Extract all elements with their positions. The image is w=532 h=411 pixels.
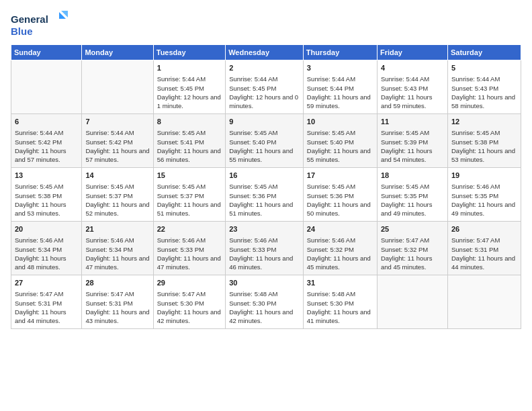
- day-number: 17: [307, 171, 373, 181]
- sunset-text: Sunset: 5:34 PM: [15, 245, 78, 254]
- sunset-text: Sunset: 5:38 PM: [15, 191, 78, 200]
- sunset-text: Sunset: 5:36 PM: [307, 191, 373, 200]
- sunrise-text: Sunrise: 5:44 AM: [85, 128, 149, 137]
- logo: General Blue: [11, 11, 71, 39]
- header-friday: Friday: [377, 45, 447, 60]
- daylight-text: Daylight: 11 hours and 44 minutes.: [15, 308, 78, 326]
- calendar-day-cell: 11 Sunrise: 5:45 AM Sunset: 5:39 PM Dayl…: [377, 114, 447, 168]
- day-number: 16: [229, 171, 300, 181]
- sunrise-text: Sunrise: 5:44 AM: [451, 75, 517, 83]
- empty-cell: [377, 275, 447, 329]
- sunset-text: Sunset: 5:44 PM: [307, 84, 373, 93]
- calendar-day-cell: 19 Sunrise: 5:46 AM Sunset: 5:35 PM Dayl…: [447, 168, 521, 222]
- daylight-text: Daylight: 11 hours and 43 minutes.: [85, 308, 149, 326]
- day-number: 11: [381, 117, 444, 127]
- sunset-text: Sunset: 5:41 PM: [157, 138, 222, 146]
- day-number: 22: [157, 224, 222, 234]
- sunset-text: Sunset: 5:30 PM: [307, 299, 373, 308]
- sunset-text: Sunset: 5:37 PM: [157, 191, 222, 200]
- calendar-day-cell: 1 Sunrise: 5:44 AM Sunset: 5:45 PM Dayli…: [153, 60, 225, 114]
- calendar-week-row: 20 Sunrise: 5:46 AM Sunset: 5:34 PM Dayl…: [11, 222, 521, 275]
- calendar-day-cell: 27 Sunrise: 5:47 AM Sunset: 5:31 PM Dayl…: [11, 275, 82, 329]
- sunrise-text: Sunrise: 5:45 AM: [15, 182, 78, 191]
- day-number: 3: [307, 63, 373, 73]
- sunset-text: Sunset: 5:30 PM: [157, 299, 222, 308]
- calendar-day-cell: 26 Sunrise: 5:47 AM Sunset: 5:31 PM Dayl…: [447, 222, 521, 275]
- sunset-text: Sunset: 5:45 PM: [229, 84, 300, 93]
- sunrise-text: Sunrise: 5:44 AM: [15, 128, 78, 137]
- sunrise-text: Sunrise: 5:47 AM: [157, 289, 222, 298]
- daylight-text: Daylight: 11 hours and 59 minutes.: [307, 93, 373, 111]
- sunset-text: Sunset: 5:43 PM: [381, 84, 444, 93]
- header-wednesday: Wednesday: [226, 45, 304, 60]
- sunset-text: Sunset: 5:40 PM: [229, 138, 300, 146]
- day-number: 29: [157, 278, 222, 288]
- calendar-week-row: 13 Sunrise: 5:45 AM Sunset: 5:38 PM Dayl…: [11, 168, 521, 222]
- day-number: 10: [307, 117, 373, 127]
- daylight-text: Daylight: 11 hours and 47 minutes.: [85, 254, 149, 272]
- daylight-text: Daylight: 11 hours and 49 minutes.: [381, 200, 444, 218]
- daylight-text: Daylight: 12 hours and 0 minutes.: [229, 93, 300, 111]
- calendar-week-row: 27 Sunrise: 5:47 AM Sunset: 5:31 PM Dayl…: [11, 275, 521, 329]
- daylight-text: Daylight: 11 hours and 45 minutes.: [307, 254, 373, 272]
- sunset-text: Sunset: 5:37 PM: [85, 191, 149, 200]
- sunrise-text: Sunrise: 5:44 AM: [229, 75, 300, 83]
- daylight-text: Daylight: 11 hours and 46 minutes.: [229, 254, 300, 272]
- daylight-text: Daylight: 11 hours and 49 minutes.: [451, 200, 517, 218]
- sunrise-text: Sunrise: 5:44 AM: [381, 75, 444, 83]
- sunset-text: Sunset: 5:31 PM: [85, 299, 149, 308]
- sunset-text: Sunset: 5:33 PM: [229, 245, 300, 254]
- daylight-text: Daylight: 11 hours and 44 minutes.: [451, 254, 517, 272]
- sunset-text: Sunset: 5:35 PM: [451, 191, 517, 200]
- sunrise-text: Sunrise: 5:46 AM: [451, 182, 517, 191]
- calendar-day-cell: 28 Sunrise: 5:47 AM Sunset: 5:31 PM Dayl…: [82, 275, 153, 329]
- calendar-day-cell: 29 Sunrise: 5:47 AM Sunset: 5:30 PM Dayl…: [153, 275, 225, 329]
- sunrise-text: Sunrise: 5:45 AM: [229, 128, 300, 137]
- daylight-text: Daylight: 11 hours and 41 minutes.: [307, 308, 373, 326]
- calendar-header-row: SundayMondayTuesdayWednesdayThursdayFrid…: [11, 45, 521, 60]
- sunrise-text: Sunrise: 5:45 AM: [381, 182, 444, 191]
- sunset-text: Sunset: 5:39 PM: [381, 138, 444, 146]
- daylight-text: Daylight: 11 hours and 57 minutes.: [85, 146, 149, 165]
- sunrise-text: Sunrise: 5:44 AM: [157, 75, 222, 83]
- daylight-text: Daylight: 11 hours and 53 minutes.: [15, 200, 78, 218]
- daylight-text: Daylight: 11 hours and 50 minutes.: [307, 200, 373, 218]
- calendar-day-cell: 17 Sunrise: 5:45 AM Sunset: 5:36 PM Dayl…: [303, 168, 377, 222]
- daylight-text: Daylight: 11 hours and 57 minutes.: [15, 146, 78, 165]
- calendar-day-cell: 14 Sunrise: 5:45 AM Sunset: 5:37 PM Dayl…: [82, 168, 153, 222]
- sunset-text: Sunset: 5:32 PM: [381, 245, 444, 254]
- calendar-day-cell: 4 Sunrise: 5:44 AM Sunset: 5:43 PM Dayli…: [377, 60, 447, 114]
- empty-cell: [82, 60, 153, 114]
- calendar-day-cell: 6 Sunrise: 5:44 AM Sunset: 5:42 PM Dayli…: [11, 114, 82, 168]
- day-number: 8: [157, 117, 222, 127]
- calendar-day-cell: 22 Sunrise: 5:46 AM Sunset: 5:33 PM Dayl…: [153, 222, 225, 275]
- calendar-day-cell: 15 Sunrise: 5:45 AM Sunset: 5:37 PM Dayl…: [153, 168, 225, 222]
- sunset-text: Sunset: 5:38 PM: [451, 138, 517, 146]
- day-number: 19: [451, 171, 517, 181]
- sunrise-text: Sunrise: 5:48 AM: [229, 289, 300, 298]
- sunset-text: Sunset: 5:45 PM: [157, 84, 222, 93]
- sunset-text: Sunset: 5:33 PM: [157, 245, 222, 254]
- daylight-text: Daylight: 11 hours and 56 minutes.: [157, 146, 222, 165]
- calendar-day-cell: 5 Sunrise: 5:44 AM Sunset: 5:43 PM Dayli…: [447, 60, 521, 114]
- day-number: 18: [381, 171, 444, 181]
- sunrise-text: Sunrise: 5:46 AM: [15, 236, 78, 244]
- daylight-text: Daylight: 11 hours and 53 minutes.: [451, 146, 517, 165]
- daylight-text: Daylight: 11 hours and 47 minutes.: [157, 254, 222, 272]
- empty-cell: [11, 60, 82, 114]
- sunrise-text: Sunrise: 5:46 AM: [307, 236, 373, 244]
- calendar-week-row: 6 Sunrise: 5:44 AM Sunset: 5:42 PM Dayli…: [11, 114, 521, 168]
- daylight-text: Daylight: 11 hours and 58 minutes.: [451, 93, 517, 111]
- calendar-day-cell: 20 Sunrise: 5:46 AM Sunset: 5:34 PM Dayl…: [11, 222, 82, 275]
- calendar-day-cell: 23 Sunrise: 5:46 AM Sunset: 5:33 PM Dayl…: [226, 222, 304, 275]
- calendar-day-cell: 2 Sunrise: 5:44 AM Sunset: 5:45 PM Dayli…: [226, 60, 304, 114]
- daylight-text: Daylight: 11 hours and 42 minutes.: [157, 308, 222, 326]
- daylight-text: Daylight: 11 hours and 55 minutes.: [307, 146, 373, 165]
- header-thursday: Thursday: [303, 45, 377, 60]
- sunrise-text: Sunrise: 5:45 AM: [229, 182, 300, 191]
- calendar-day-cell: 25 Sunrise: 5:47 AM Sunset: 5:32 PM Dayl…: [377, 222, 447, 275]
- sunset-text: Sunset: 5:35 PM: [381, 191, 444, 200]
- daylight-text: Daylight: 11 hours and 55 minutes.: [229, 146, 300, 165]
- calendar-week-row: 1 Sunrise: 5:44 AM Sunset: 5:45 PM Dayli…: [11, 60, 521, 114]
- sunset-text: Sunset: 5:31 PM: [15, 299, 78, 308]
